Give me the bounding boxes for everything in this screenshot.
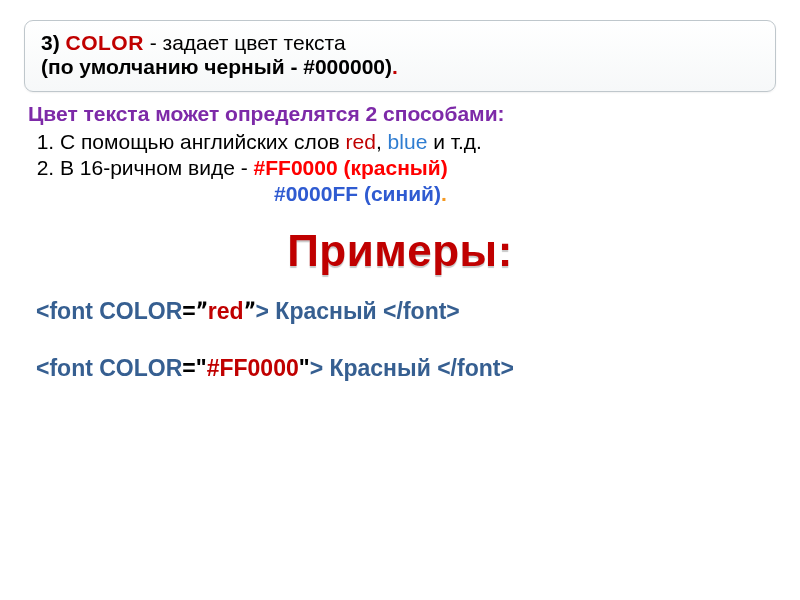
attr-value: red [208,298,244,324]
quote: ˮ [196,298,208,324]
method-item-1: С помощью английских слов red, blue и т.… [60,130,772,154]
code-example-1: <font COLOR=ˮredˮ> Красный </font> [36,298,772,325]
element-name: font [49,298,99,324]
definition-line-2: (по умолчанию черный - #000000). [41,55,759,79]
attr-value: #FF0000 [207,355,299,381]
angle-bracket: > [446,298,459,324]
item-number: 3) [41,31,66,54]
hex-red-code: #FF0000 [254,156,338,179]
inner-text: Красный [269,298,383,324]
element-name: font [403,298,446,324]
text: С помощью английских слов [60,130,346,153]
angle-bracket: < [36,355,49,381]
attribute-desc: - задает цвет текста [144,31,346,54]
element-name: font [457,355,500,381]
hex-red-label: (красный) [338,156,448,179]
angle-bracket: > [310,355,323,381]
attribute-name: COLOR [66,31,144,54]
attr-name: COLOR [99,355,182,381]
quote: ˮ [244,298,256,324]
examples-heading: Примеры: [24,226,776,276]
text: и т.д. [427,130,482,153]
angle-bracket: </ [437,355,457,381]
hex-blue-row: #0000FF (синий). [274,182,776,206]
methods-list: С помощью английских слов red, blue и т.… [60,130,772,180]
default-value-text: (по умолчанию черный - #000000) [41,55,392,78]
quote: " [299,355,310,381]
hex-blue-code: #0000FF [274,182,358,205]
definition-line-1: 3) COLOR - задает цвет текста [41,31,759,55]
angle-bracket: > [256,298,269,324]
period: . [392,55,398,78]
angle-bracket: </ [383,298,403,324]
method-item-2: В 16-ричном виде - #FF0000 (красный) [60,156,772,180]
inner-text: Красный [323,355,437,381]
blue-word: blue [388,130,428,153]
hex-blue-label: (синий) [358,182,441,205]
text: , [376,130,388,153]
angle-bracket: < [36,298,49,324]
element-name: font [49,355,99,381]
equals: = [182,355,195,381]
equals: = [182,298,195,324]
intro-text: Цвет текста может определятся 2 способам… [28,102,772,126]
red-word: red [346,130,376,153]
angle-bracket: > [500,355,513,381]
quote: " [196,355,207,381]
text: В 16-ричном виде - [60,156,254,179]
code-example-2: <font COLOR="#FF0000"> Красный </font> [36,355,772,382]
period: . [441,182,447,205]
definition-box: 3) COLOR - задает цвет текста (по умолча… [24,20,776,92]
attr-name: COLOR [99,298,182,324]
